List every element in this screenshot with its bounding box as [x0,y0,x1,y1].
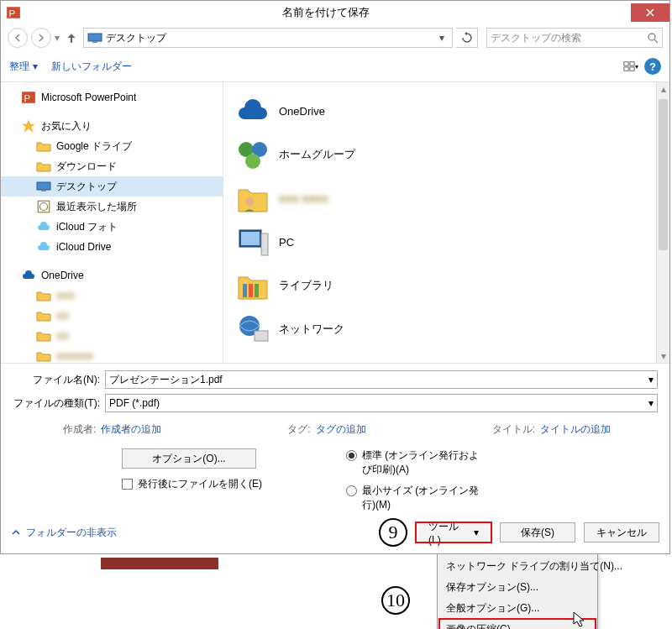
cursor-icon [573,611,586,628]
folder-icon [36,308,51,323]
svg-rect-27 [255,284,259,297]
scroll-down-icon[interactable]: ▾ [657,349,669,363]
tag-add-link[interactable]: タグの追加 [316,422,366,437]
filename-label: ファイル名(N): [13,373,105,387]
svg-rect-23 [241,232,260,245]
search-box[interactable]: デスクトップの検索 [486,28,663,48]
back-button[interactable] [8,28,28,48]
annotation-number-9: 9 [379,518,407,547]
tools-button[interactable]: ツール(L) ▾ [416,522,491,543]
new-folder-button[interactable]: 新しいフォルダー [51,60,132,74]
svg-rect-24 [261,233,268,255]
view-options-button[interactable]: ▾ [622,59,639,74]
svg-rect-29 [255,331,268,341]
sidebar-item-icloud-photo[interactable]: iCloud フォト [1,217,223,237]
svg-rect-10 [624,67,628,71]
list-item-network[interactable]: ネットワーク [230,307,663,351]
save-dialog-window: P 名前を付けて保存 ▾ デスクトップ ▾ デスクトップの検索 [0,0,670,554]
sidebar-item-gdrive[interactable]: Google ドライブ [1,136,223,156]
network-icon [235,312,270,347]
toolbar: 整理 ▾ 新しいフォルダー ▾ ? [1,51,669,81]
chevron-down-icon: ▾ [635,63,638,71]
sidebar-item-favorites[interactable]: お気に入り [1,116,223,136]
save-button[interactable]: 保存(S) [500,522,575,543]
navigation-sidebar: P Microsoft PowerPoint お気に入り Google ドライブ… [1,82,223,363]
open-after-label: 発行後にファイルを開く(E) [138,477,262,491]
title-add-link[interactable]: タイトルの追加 [540,422,611,437]
view-icon [623,60,635,72]
address-text: デスクトップ [106,31,166,45]
organize-button[interactable]: 整理 ▾ [9,60,38,74]
list-item-user[interactable]: ■■■ ■■■■ [230,176,663,220]
forward-button[interactable] [31,28,51,48]
list-item-pc[interactable]: PC [230,220,663,264]
forward-icon [37,34,45,42]
sidebar-item-downloads[interactable]: ダウンロード [1,156,223,176]
svg-text:P: P [24,93,30,103]
svg-point-20 [245,154,260,169]
desktop-icon [36,179,51,194]
radio-standard[interactable] [346,450,357,461]
folder-icon [36,139,51,154]
chevron-down-icon[interactable]: ▾ [648,397,654,409]
refresh-icon [461,32,473,44]
folder-icon [36,288,51,303]
sidebar-item-onedrive[interactable]: OneDrive [1,265,223,286]
list-item-onedrive[interactable]: OneDrive [230,89,663,133]
sidebar-item-folder[interactable]: ■■■ [1,286,223,306]
radio-minimum-label: 最小サイズ (オンライン発行)(M) [362,484,488,512]
cancel-button[interactable]: キャンセル [584,522,659,543]
up-button[interactable] [63,29,80,46]
file-list-scrollbar[interactable]: ▴ ▾ [656,82,669,363]
sidebar-item-folder[interactable]: ■■ [1,326,223,346]
sidebar-item-folder[interactable]: ■■ [1,306,223,326]
sidebar-item-desktop[interactable]: デスクトップ [1,176,223,197]
filetype-label: ファイルの種類(T): [13,396,105,411]
svg-rect-26 [249,284,253,297]
svg-rect-4 [88,34,102,41]
window-title: 名前を付けて保存 [21,5,631,20]
address-bar[interactable]: デスクトップ ▾ [83,28,453,48]
sidebar-item-powerpoint[interactable]: P Microsoft PowerPoint [1,87,223,107]
star-icon [21,118,36,134]
scroll-thumb[interactable] [659,99,668,250]
titlebar: P 名前を付けて保存 [1,1,669,24]
filename-input[interactable]: プレゼンテーション1.pdf ▾ [105,370,658,389]
svg-rect-14 [37,182,50,190]
onedrive-icon [235,93,270,128]
sidebar-item-icloud-drive[interactable]: iCloud Drive [1,237,223,257]
powerpoint-ribbon-stripe [101,558,218,569]
hide-folders-toggle[interactable]: フォルダーの非表示 [11,526,117,540]
chevron-up-icon [11,527,21,537]
help-button[interactable]: ? [644,58,661,75]
sidebar-item-folder[interactable]: ■■■■■■ [1,346,223,363]
author-add-link[interactable]: 作成者の追加 [101,422,161,437]
scroll-up-icon[interactable]: ▴ [657,82,669,96]
recent-dd-icon[interactable]: ▾ [55,32,60,44]
address-dropdown-icon[interactable]: ▾ [435,32,449,44]
svg-rect-11 [630,67,634,71]
list-item-homegroup[interactable]: ホームグループ [230,133,663,176]
svg-rect-5 [92,41,97,43]
filetype-select[interactable]: PDF (*.pdf) ▾ [105,394,658,412]
annotation-number-10: 10 [381,586,410,615]
close-button[interactable] [631,3,669,22]
list-item-library[interactable]: ライブラリ [230,264,663,307]
author-label: 作成者: [63,422,96,437]
title-label: タイトル: [492,422,535,437]
svg-rect-15 [41,190,46,191]
tag-label: タグ: [287,422,310,437]
menu-item-save-options[interactable]: 保存オプション(S)... [439,577,596,598]
options-button[interactable]: オプション(O)... [122,448,256,469]
close-icon [646,8,654,17]
sidebar-item-recent[interactable]: 最近表示した場所 [1,197,223,217]
menu-item-map-network-drive[interactable]: ネットワーク ドライブの割り当て(N)... [439,556,596,577]
recent-icon [36,199,51,214]
powerpoint-icon: P [6,5,21,20]
dialog-footer: フォルダーの非表示 9 ツール(L) ▾ 保存(S) キャンセル [1,518,669,547]
svg-rect-9 [630,62,634,66]
radio-minimum[interactable] [346,485,357,496]
open-after-checkbox[interactable] [122,479,133,490]
refresh-button[interactable] [456,28,478,48]
chevron-down-icon[interactable]: ▾ [648,374,654,385]
